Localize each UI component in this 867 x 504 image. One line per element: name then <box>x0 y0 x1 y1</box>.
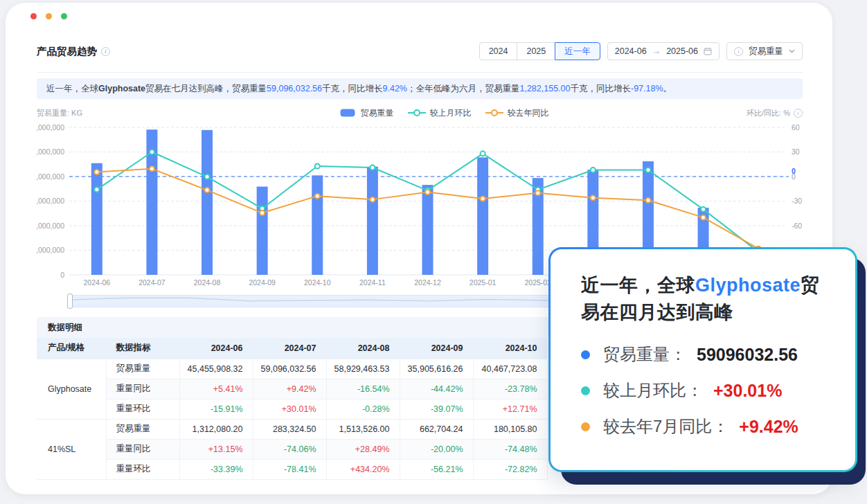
table-col-header-2024-08: 2024-08 <box>326 338 400 359</box>
line-point[interactable] <box>481 151 485 156</box>
page-title-text: 产品贸易趋势 <box>37 45 97 58</box>
calendar-icon <box>704 47 712 55</box>
summary-segment: 贸易在七月达到高峰，贸易重量 <box>145 84 267 93</box>
value-cell: -39.07% <box>400 399 473 419</box>
table-row-41%SL-重量同比: 重量同比+13.15%-74.06%+28.49%-20.00%-74.48% <box>37 439 547 459</box>
line-point[interactable] <box>591 168 596 172</box>
table-row-Glyphosate-重量同比: 重量同比+5.41%+9.42%-16.54%-44.42%-23.78% <box>37 379 547 399</box>
value-cell: 45,455,908.32 <box>179 359 253 379</box>
card-title-prefix: 近一年，全球 <box>581 275 695 296</box>
datazoom-left-handle[interactable] <box>67 294 73 309</box>
bar-2024-08[interactable] <box>202 130 213 275</box>
window-titlebar <box>6 3 832 26</box>
summary-segment: 千克，同比增长 <box>570 84 631 93</box>
svg-text:60: 60 <box>792 123 800 132</box>
minimize-window-icon[interactable] <box>46 13 52 19</box>
tooltip-card-title: 近一年，全球Glyphosate贸易在四月达到高峰 <box>581 272 829 326</box>
table-col-header-产品/规格: 产品/规格 <box>37 338 106 359</box>
legend-line-icon <box>408 109 426 117</box>
line-point[interactable] <box>205 188 210 192</box>
table-col-header-2024-06: 2024-06 <box>179 338 253 359</box>
line-point[interactable] <box>645 198 650 203</box>
metric-cell: 重量环比 <box>106 399 179 419</box>
card-row-贸易重量：: 贸易重量：59096032.56 <box>581 343 829 366</box>
line-point[interactable] <box>370 165 375 170</box>
svg-text:2024-11: 2024-11 <box>359 278 386 287</box>
period-button-2024[interactable]: 2024 <box>479 42 518 60</box>
value-cell: +5.41% <box>179 379 253 399</box>
value-cell: -15.91% <box>179 399 253 419</box>
line-point[interactable] <box>645 168 650 172</box>
line-point[interactable] <box>315 163 320 168</box>
legend-item-较去年同比[interactable]: 较去年同比 <box>485 107 549 119</box>
value-cell: +13.15% <box>179 439 253 459</box>
svg-text:40,000,000: 40,000,000 <box>37 172 64 181</box>
summary-segment: 近一年，全球 <box>46 84 98 93</box>
bar-2024-10[interactable] <box>312 175 323 275</box>
line-point[interactable] <box>701 215 706 220</box>
period-button-近一年[interactable]: 近一年 <box>555 42 600 60</box>
bar-2025-01[interactable] <box>477 157 488 275</box>
close-window-icon[interactable] <box>30 13 37 19</box>
bar-2024-12[interactable] <box>422 185 434 275</box>
metric-info-icon: i <box>734 47 743 56</box>
svg-text:2024-06: 2024-06 <box>84 278 111 287</box>
zero-markline-label: 0 <box>792 167 796 175</box>
line-point[interactable] <box>425 190 430 195</box>
date-range-picker[interactable]: 2024-06 → 2025-06 <box>607 42 719 60</box>
date-start[interactable]: 2024-06 <box>615 46 647 56</box>
right-axis-title: 环比/同比: % i <box>747 108 803 118</box>
svg-text:20,000,000: 20,000,000 <box>37 222 64 230</box>
card-row-value: +30.01% <box>713 381 782 401</box>
summary-segment: 千克，同比增长 <box>322 84 383 93</box>
title-info-icon[interactable]: i <box>101 47 110 56</box>
line-point[interactable] <box>150 166 154 171</box>
bar-2024-11[interactable] <box>367 167 378 275</box>
metric-dropdown[interactable]: i 贸易重量 <box>726 42 803 60</box>
date-end[interactable]: 2025-06 <box>666 46 698 56</box>
period-button-2025[interactable]: 2025 <box>517 42 555 60</box>
table-row-Glyphosate-重量环比: 重量环比-15.91%+30.01%-0.28%-39.07%+12.71% <box>37 399 547 419</box>
value-cell: 1,312,080.20 <box>179 419 253 439</box>
value-cell: 662,704.24 <box>400 419 473 439</box>
page-title: 产品贸易趋势 i <box>37 45 110 58</box>
line-point[interactable] <box>260 210 265 215</box>
svg-text:60,000,000: 60,000,000 <box>37 123 64 132</box>
value-cell: -44.42% <box>400 379 473 399</box>
bar-2024-09[interactable] <box>257 187 268 275</box>
legend-item-贸易重量[interactable]: 贸易重量 <box>339 107 394 119</box>
metric-cell: 贸易重量 <box>106 419 179 439</box>
value-cell: -23.78% <box>473 379 547 399</box>
metric-cell: 重量同比 <box>106 439 179 459</box>
value-cell: -16.54% <box>326 379 400 399</box>
value-cell: +434.20% <box>326 459 400 479</box>
line-point[interactable] <box>535 190 540 195</box>
line-point[interactable] <box>481 196 485 201</box>
table-col-header-2024-09: 2024-09 <box>400 338 473 359</box>
legend-item-label: 贸易重量 <box>361 107 394 119</box>
line-point[interactable] <box>370 197 375 202</box>
legend-item-较上月环比[interactable]: 较上月环比 <box>408 107 472 119</box>
svg-text:30,000,000: 30,000,000 <box>37 197 64 205</box>
svg-text:2024-10: 2024-10 <box>304 278 331 287</box>
value-cell: +30.01% <box>253 399 326 419</box>
svg-text:50,000,000: 50,000,000 <box>37 147 64 156</box>
line-point[interactable] <box>94 187 99 192</box>
line-point[interactable] <box>205 174 210 179</box>
line-point[interactable] <box>94 170 99 174</box>
card-row-dot-icon <box>581 422 590 431</box>
value-cell: 59,096,032.56 <box>253 359 326 379</box>
line-point[interactable] <box>150 150 154 154</box>
line-point[interactable] <box>315 194 320 199</box>
card-row-value: 59096032.56 <box>697 345 798 365</box>
line-point[interactable] <box>701 207 706 212</box>
value-cell: -74.48% <box>473 439 547 459</box>
value-cell: 180,105.80 <box>473 419 547 439</box>
card-row-较去年7月同比：: 较去年7月同比：+9.42% <box>581 415 829 438</box>
value-cell: 1,513,526.00 <box>326 419 400 439</box>
right-axis-info-icon[interactable]: i <box>794 109 803 118</box>
line-point[interactable] <box>591 195 596 200</box>
metric-cell: 贸易重量 <box>106 359 179 379</box>
bar-2024-06[interactable] <box>91 163 102 275</box>
maximize-window-icon[interactable] <box>61 13 67 19</box>
